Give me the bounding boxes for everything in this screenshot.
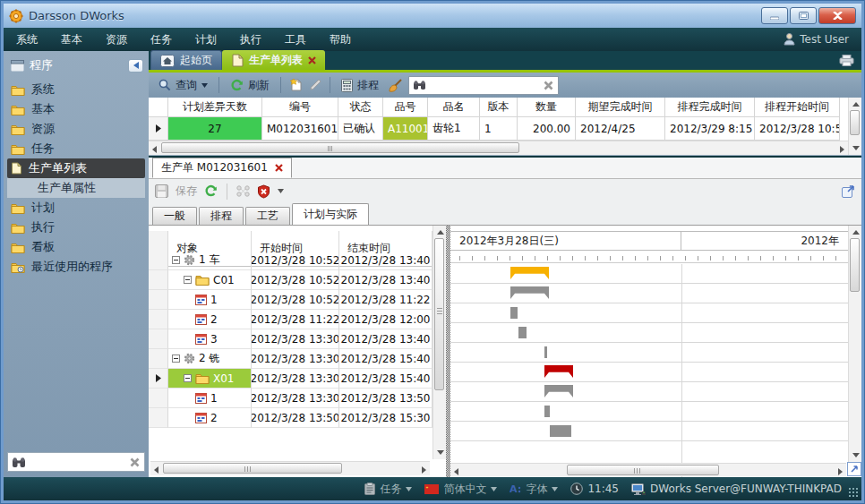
grid-cell-4[interactable]: A11001 [383,117,428,141]
grid-cell-8[interactable]: 2012/4/25 [576,117,665,141]
grid-header-3[interactable]: 状态 [338,98,383,117]
tree-row-3[interactable]: 22012/3/28 11:222012/3/28 12:00 [149,310,432,329]
grid-header-4[interactable]: 品号 [383,98,428,117]
tree-object-cell[interactable]: C01 [168,270,252,290]
gantt-bar-4[interactable] [544,346,547,358]
tree-object-cell[interactable]: 2 [168,310,252,329]
sidebar-item-6[interactable]: 计划 [7,198,145,218]
grid-header-6[interactable]: 版本 [480,98,518,117]
schedule-button[interactable]: 排程 [338,76,381,95]
tree-row-7[interactable]: 12012/3/28 13:302012/3/28 13:50 [149,389,432,408]
menu-item-2[interactable]: 资源 [106,32,127,47]
close-doc-icon[interactable] [275,164,283,172]
row-selector-cell[interactable] [149,117,168,141]
tab-start-page[interactable]: 起始页 [150,50,222,70]
grid-vertical-scrollbar[interactable] [848,98,861,155]
user-box[interactable]: Test User [784,33,849,46]
clear-search-icon[interactable] [130,457,140,467]
expander-icon[interactable] [184,276,192,284]
grid-header-10[interactable]: 排程开始时间 [755,98,840,117]
sidebar-item-0[interactable]: 系统 [7,80,145,99]
resize-grip[interactable] [848,487,859,498]
broom-icon[interactable] [388,79,402,92]
gantt-bar-5[interactable] [544,365,573,378]
sidebar-item-7[interactable]: 执行 [7,218,145,237]
grid-cell-7[interactable]: 200.00 [518,117,576,141]
refresh-icon[interactable] [204,184,218,198]
status-item-0[interactable]: 任务 [364,482,412,497]
menu-item-0[interactable]: 系统 [16,32,38,47]
gantt-bar-6[interactable] [544,385,573,397]
printer-icon[interactable] [839,55,854,66]
link-nodes-icon[interactable] [236,185,250,197]
tree-row-1[interactable]: C012012/3/28 10:522012/3/28 13:40 [149,270,432,290]
status-item-4[interactable]: DWorks Server@FUNWAY-THINKPAD [631,483,842,495]
tree-row-5[interactable]: 2 铣2012/3/28 13:302012/3/28 15:40 [149,349,432,369]
gantt-vertical-scrollbar[interactable] [848,226,861,462]
sidebar-item-8[interactable]: 看板 [7,237,145,257]
grid-data-row[interactable]: 27M012031601已确认A11001齿轮11200.002012/4/25… [149,117,848,141]
minimize-button[interactable] [761,7,788,24]
gantt-bar-2[interactable] [510,307,518,319]
grid-cell-2[interactable]: M012031601 [262,117,338,141]
grid-horizontal-scrollbar[interactable] [149,141,848,155]
gantt-bar-0[interactable] [510,267,549,279]
subtab-0[interactable]: 一般 [152,207,197,225]
grid-cell-10[interactable]: 2012/3/28 10:52 [755,117,840,141]
expander-icon[interactable] [172,355,180,363]
tree-object-cell[interactable]: 1 车 [168,251,252,270]
edit-icon[interactable] [309,79,321,91]
menu-item-6[interactable]: 工具 [285,32,306,47]
tree-row-2[interactable]: 12012/3/28 10:522012/3/28 11:22 [149,290,432,310]
tree-object-cell[interactable]: 2 铣 [168,349,252,369]
doc-tab[interactable]: 生产单 M012031601 [152,158,292,178]
new-item-icon[interactable] [289,78,303,92]
grid-header-9[interactable]: 排程完成时间 [665,98,755,117]
gantt-popout-button[interactable] [847,462,861,476]
close-button[interactable] [818,7,856,24]
grid-header-8[interactable]: 期望完成时间 [576,98,665,117]
grid-cell-1[interactable]: 27 [168,117,262,141]
tree-vertical-scrollbar[interactable] [432,226,446,459]
sidebar-item-3[interactable]: 任务 [7,139,145,158]
sidebar-search[interactable] [7,452,145,472]
grid-cell-3[interactable]: 已确认 [338,117,383,141]
subtab-3[interactable]: 计划与实际 [292,203,369,225]
tree-row-4[interactable]: 32012/3/28 13:302012/3/28 13:40 [149,329,432,349]
subtab-1[interactable]: 排程 [199,207,244,225]
tree-object-cell[interactable]: X01 [168,369,252,389]
tree-horizontal-scrollbar[interactable] [150,461,430,475]
sidebar-item-4[interactable]: 生产单列表 [7,158,145,178]
expander-icon[interactable] [184,374,192,382]
tree-row-8[interactable]: 22012/3/28 13:502012/3/28 15:30 [149,408,432,428]
subtab-2[interactable]: 工艺 [245,207,290,225]
grid-header-1[interactable]: 计划差异天数 [168,98,262,117]
status-item-1[interactable]: 简体中文 [424,482,497,497]
grid-cell-6[interactable]: 1 [480,117,518,141]
sidebar-item-9[interactable]: 最近使用的程序 [7,257,145,277]
gantt-bar-1[interactable] [510,286,549,299]
sidebar-search-input[interactable] [30,456,125,468]
gantt-bar-8[interactable] [550,425,571,437]
status-item-3[interactable]: 11:45 [570,483,619,495]
sidebar-item-2[interactable]: 资源 [7,119,145,139]
tree-object-cell[interactable]: 3 [168,329,252,349]
expander-icon[interactable] [172,256,180,264]
sidebar-item-1[interactable]: 基本 [7,99,145,119]
status-item-2[interactable]: A字体 [510,482,558,497]
menu-item-5[interactable]: 执行 [240,32,261,47]
maximize-button[interactable] [790,7,817,24]
menu-item-1[interactable]: 基本 [61,32,82,47]
menu-item-4[interactable]: 计划 [195,32,217,47]
gantt-bar-3[interactable] [518,327,527,338]
grid-header-2[interactable]: 编号 [262,98,338,117]
close-tab-icon[interactable] [308,56,316,64]
gantt-bar-7[interactable] [544,406,550,417]
tree-object-cell[interactable]: 2 [168,408,252,428]
grid-header-0[interactable] [149,98,168,117]
gantt-horizontal-scrollbar[interactable] [450,463,846,476]
grid-header-7[interactable]: 数量 [518,98,576,117]
toolbar-search[interactable] [408,76,559,95]
grid-cell-9[interactable]: 2012/3/29 8:15 [665,117,755,141]
tree-object-cell[interactable]: 1 [168,389,252,408]
